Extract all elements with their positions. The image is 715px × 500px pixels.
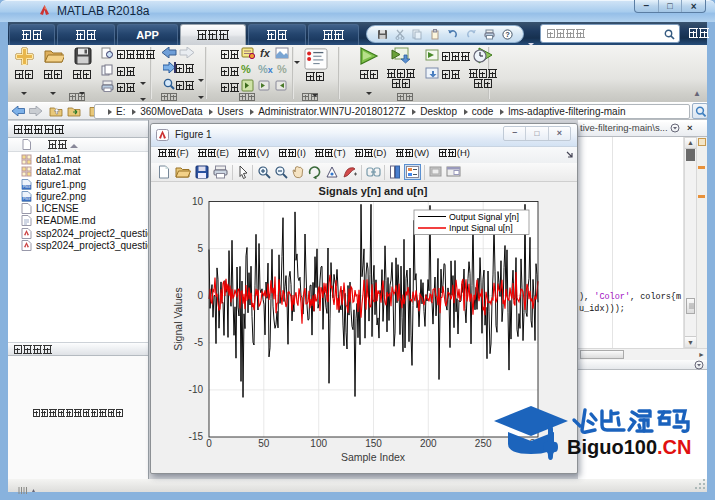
svg-text:100: 100 — [310, 438, 327, 449]
svg-text:250: 250 — [475, 438, 492, 449]
svg-text:Output Signal y[n]: Output Signal y[n] — [449, 212, 519, 222]
svg-text:0: 0 — [197, 290, 203, 301]
svg-text:?: ? — [506, 30, 511, 39]
svg-text:10: 10 — [192, 196, 204, 207]
svg-text:150: 150 — [365, 438, 382, 449]
svg-text:Signal Values: Signal Values — [172, 287, 184, 350]
svg-text:50: 50 — [258, 438, 270, 449]
svg-text:Sample Index: Sample Index — [341, 451, 406, 463]
svg-text:-15: -15 — [189, 431, 204, 442]
svg-text:Input Signal u[n]: Input Signal u[n] — [449, 223, 513, 233]
svg-text:Signals y[n] and u[n]: Signals y[n] and u[n] — [319, 185, 428, 197]
svg-text:PNG: PNG — [23, 185, 31, 189]
svg-text:-5: -5 — [194, 337, 203, 348]
svg-text:0: 0 — [206, 438, 212, 449]
svg-text:5: 5 — [197, 243, 203, 254]
svg-text:-10: -10 — [189, 384, 204, 395]
svg-text:200: 200 — [420, 438, 437, 449]
svg-text:PNG: PNG — [23, 197, 31, 201]
